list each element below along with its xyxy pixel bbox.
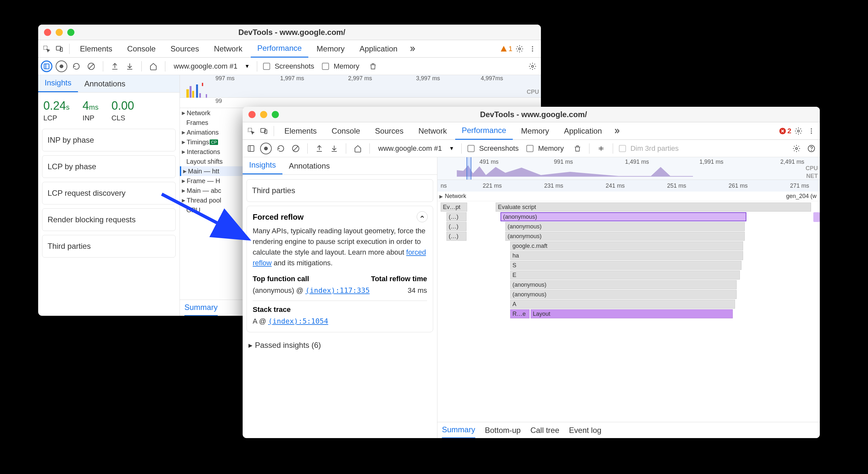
flame-bar-selected[interactable]: (anonymous) bbox=[500, 212, 746, 221]
flame-bar[interactable]: (anonymous) bbox=[505, 232, 745, 241]
flame-bar[interactable]: S bbox=[510, 261, 742, 270]
sidebar-tab-insights[interactable]: Insights bbox=[38, 74, 78, 92]
device-mode-icon[interactable] bbox=[54, 43, 65, 55]
tab-network[interactable]: Network bbox=[412, 123, 453, 139]
tab-application[interactable]: Application bbox=[353, 40, 404, 57]
tab-performance[interactable]: Performance bbox=[455, 122, 513, 140]
inspect-icon[interactable] bbox=[245, 125, 257, 137]
tab-performance[interactable]: Performance bbox=[251, 40, 308, 58]
flame-chart-area[interactable]: 491 ms 991 ms 1,491 ms 1,991 ms 2,491 ms… bbox=[437, 157, 820, 438]
download-icon[interactable] bbox=[329, 143, 340, 154]
tab-application[interactable]: Application bbox=[557, 123, 608, 139]
flame-bar[interactable]: (anonymous) bbox=[510, 280, 737, 289]
flame-time-ruler[interactable]: ns 221 ms 231 ms 241 ms 251 ms 261 ms 27… bbox=[437, 180, 820, 192]
record-button[interactable] bbox=[260, 143, 272, 154]
footer-tab-calltree[interactable]: Call tree bbox=[530, 422, 559, 438]
settings-icon[interactable] bbox=[514, 43, 525, 55]
kebab-menu-icon[interactable] bbox=[806, 125, 817, 137]
home-icon[interactable] bbox=[352, 143, 364, 154]
stack-source-link[interactable]: (index):5:1054 bbox=[268, 317, 328, 325]
dropdown-icon[interactable]: ▼ bbox=[448, 145, 456, 152]
home-icon[interactable] bbox=[148, 61, 159, 72]
network-track-header[interactable]: ▶Network gen_204 (w bbox=[437, 192, 820, 201]
flame-bar[interactable]: (…) bbox=[446, 232, 466, 241]
toggle-sidebar-button[interactable] bbox=[41, 61, 53, 72]
tab-elements[interactable]: Elements bbox=[278, 123, 323, 139]
recording-selector[interactable]: www.google.com #1 bbox=[376, 143, 444, 154]
capture-settings-icon[interactable] bbox=[527, 61, 538, 72]
screenshots-checkbox[interactable] bbox=[467, 145, 474, 152]
shortcuts-icon[interactable] bbox=[595, 143, 607, 154]
sidebar-tab-annotations[interactable]: Annotations bbox=[282, 158, 337, 175]
insight-render-blocking[interactable]: Render blocking requests bbox=[42, 209, 176, 231]
insight-third-parties[interactable]: Third parties bbox=[247, 179, 433, 202]
more-tabs-icon[interactable] bbox=[611, 125, 622, 137]
dropdown-icon[interactable]: ▼ bbox=[243, 62, 251, 70]
flame-bar[interactable]: A bbox=[510, 299, 735, 309]
overview-strip[interactable]: 491 ms 991 ms 1,491 ms 1,991 ms 2,491 ms… bbox=[437, 157, 820, 180]
flame-bar[interactable]: R…e bbox=[510, 309, 530, 318]
warning-badge[interactable]: 1 bbox=[500, 45, 513, 53]
insight-lcp-phase[interactable]: LCP by phase bbox=[42, 155, 176, 178]
flame-bar[interactable]: google.c.maft bbox=[510, 241, 743, 250]
flame-bar[interactable]: (anonymous) bbox=[510, 290, 737, 299]
settings-icon[interactable] bbox=[793, 125, 804, 137]
metric-inp[interactable]: 4msINP bbox=[83, 99, 98, 122]
metric-cls[interactable]: 0.00CLS bbox=[111, 99, 134, 122]
error-badge[interactable]: 2 bbox=[779, 127, 791, 135]
flame-bar[interactable]: ha bbox=[510, 251, 743, 260]
memory-checkbox[interactable] bbox=[526, 145, 533, 152]
insight-inp-phase[interactable]: INP by phase bbox=[42, 129, 176, 151]
footer-tab-bottomup[interactable]: Bottom-up bbox=[485, 422, 521, 438]
flame-bar[interactable]: (…) bbox=[446, 212, 466, 221]
download-icon[interactable] bbox=[124, 61, 135, 72]
screenshots-checkbox[interactable] bbox=[263, 63, 270, 70]
recording-selector[interactable]: www.google.com #1 bbox=[171, 61, 240, 72]
kebab-menu-icon[interactable] bbox=[527, 43, 538, 55]
overview-selection[interactable] bbox=[466, 157, 471, 180]
flame-bar[interactable]: Evaluate script bbox=[496, 202, 811, 212]
flame-bar[interactable]: Ev…pt bbox=[441, 202, 467, 212]
flame-bar[interactable]: (…) bbox=[446, 222, 466, 231]
footer-tab-eventlog[interactable]: Event log bbox=[569, 422, 601, 438]
trash-icon[interactable] bbox=[572, 143, 583, 154]
capture-settings-icon[interactable] bbox=[791, 143, 802, 154]
footer-tab-summary[interactable]: Summary bbox=[184, 299, 218, 316]
tab-console[interactable]: Console bbox=[121, 40, 162, 57]
toggle-sidebar-button[interactable] bbox=[245, 143, 257, 154]
sidebar-tab-insights[interactable]: Insights bbox=[243, 157, 282, 175]
flame-chart[interactable]: Ev…pt (…) (…) (…) Evaluate script (anony… bbox=[437, 201, 820, 350]
tab-memory[interactable]: Memory bbox=[310, 40, 351, 57]
collapse-button[interactable] bbox=[417, 211, 428, 222]
insight-third-parties[interactable]: Third parties bbox=[42, 235, 176, 257]
sidebar-tab-annotations[interactable]: Annotations bbox=[78, 75, 132, 92]
memory-checkbox[interactable] bbox=[322, 63, 329, 70]
tab-memory[interactable]: Memory bbox=[515, 123, 556, 139]
scrollbar-thumb[interactable] bbox=[813, 212, 820, 222]
reload-record-icon[interactable] bbox=[70, 61, 82, 72]
tab-sources[interactable]: Sources bbox=[369, 123, 410, 139]
time-ruler[interactable]: 997 ms 1,997 ms 2,997 ms 3,997 ms 4,997m… bbox=[180, 75, 541, 98]
tab-sources[interactable]: Sources bbox=[164, 40, 206, 57]
upload-icon[interactable] bbox=[109, 61, 121, 72]
record-button[interactable] bbox=[56, 61, 67, 72]
reload-record-icon[interactable] bbox=[275, 143, 287, 154]
tab-console[interactable]: Console bbox=[325, 123, 367, 139]
more-tabs-icon[interactable] bbox=[406, 43, 418, 55]
metric-lcp[interactable]: 0.24sLCP bbox=[43, 99, 69, 122]
tab-elements[interactable]: Elements bbox=[73, 40, 119, 57]
upload-icon[interactable] bbox=[313, 143, 325, 154]
trash-icon[interactable] bbox=[367, 61, 379, 72]
flame-bar[interactable]: Layout bbox=[531, 309, 733, 318]
insight-lcp-discovery[interactable]: LCP request discovery bbox=[42, 182, 176, 204]
tab-network[interactable]: Network bbox=[207, 40, 249, 57]
footer-tab-summary[interactable]: Summary bbox=[442, 422, 475, 438]
device-mode-icon[interactable] bbox=[258, 125, 270, 137]
source-link[interactable]: (index):117:335 bbox=[305, 286, 370, 294]
passed-insights-toggle[interactable]: ▶Passed insights (6) bbox=[243, 336, 437, 354]
dim-3rd-parties-checkbox[interactable] bbox=[619, 145, 626, 152]
flame-bar[interactable]: (anonymous) bbox=[505, 222, 745, 231]
help-icon[interactable] bbox=[806, 143, 817, 154]
inspect-icon[interactable] bbox=[41, 43, 53, 55]
flame-bar[interactable]: E bbox=[510, 271, 740, 280]
